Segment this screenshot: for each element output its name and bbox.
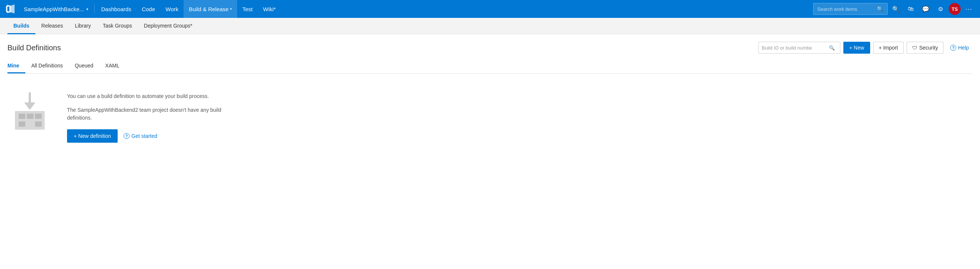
bag-icon: 🛍 xyxy=(908,6,914,12)
security-button[interactable]: 🛡 Security xyxy=(907,42,944,54)
build-search-field[interactable]: 🔍 xyxy=(759,42,840,54)
app-logo[interactable] xyxy=(5,3,16,15)
nav-test[interactable]: Test xyxy=(237,0,258,18)
nav-separator xyxy=(94,5,95,13)
empty-state-icon xyxy=(8,89,52,134)
search-magnify-icon: 🔍 xyxy=(892,6,900,13)
sub-nav: Builds Releases Library Task Groups Depl… xyxy=(0,18,980,34)
nav-work[interactable]: Work xyxy=(161,0,184,18)
global-search-button[interactable]: 🔍 xyxy=(889,2,902,16)
marketplace-button[interactable]: 🛍 xyxy=(904,2,918,16)
build-release-caret-icon: ▾ xyxy=(230,7,232,11)
tab-queued[interactable]: Queued xyxy=(69,60,99,73)
tab-xaml[interactable]: XAML xyxy=(99,60,126,73)
more-icon: ··· xyxy=(966,5,972,13)
build-search-icon: 🔍 xyxy=(829,45,835,51)
gear-icon: ⚙ xyxy=(938,6,943,13)
tab-mine[interactable]: Mine xyxy=(8,60,25,73)
nav-code[interactable]: Code xyxy=(137,0,161,18)
subnav-tab-releases[interactable]: Releases xyxy=(35,18,69,34)
settings-button[interactable]: ⚙ xyxy=(934,2,947,16)
more-options-button[interactable]: ··· xyxy=(962,2,975,16)
search-box[interactable]: 🔍 xyxy=(813,3,888,15)
shield-icon: 🛡 xyxy=(912,45,917,51)
project-name[interactable]: SampleAppWithBacke... ▾ xyxy=(19,6,93,12)
help-button[interactable]: ? Help xyxy=(947,42,972,54)
svg-rect-6 xyxy=(19,121,25,127)
nav-wiki[interactable]: Wiki* xyxy=(258,0,281,18)
subnav-tab-builds[interactable]: Builds xyxy=(8,18,35,34)
subnav-tab-deployment-groups[interactable]: Deployment Groups* xyxy=(138,18,199,34)
empty-actions: + New definition ? Get started xyxy=(67,129,223,143)
main-content: Build Definitions 🔍 + New + Import 🛡 Sec… xyxy=(0,34,980,269)
help-circle-icon: ? xyxy=(950,45,956,51)
import-button[interactable]: + Import xyxy=(873,42,904,54)
svg-rect-3 xyxy=(19,114,25,119)
search-input[interactable] xyxy=(817,6,877,12)
svg-rect-4 xyxy=(27,114,33,119)
get-started-button[interactable]: ? Get started xyxy=(124,133,157,139)
svg-rect-5 xyxy=(35,114,42,119)
page-title: Build Definitions xyxy=(8,44,61,52)
top-nav-links: Dashboards Code Work Build & Release ▾ T… xyxy=(96,0,281,18)
empty-state: You can use a build definition to automa… xyxy=(8,74,972,150)
new-definition-button[interactable]: + New definition xyxy=(67,129,118,143)
subnav-tab-library[interactable]: Library xyxy=(69,18,97,34)
svg-marker-1 xyxy=(24,102,35,110)
nav-build-release[interactable]: Build & Release ▾ xyxy=(184,0,237,18)
notifications-button[interactable]: 💬 xyxy=(919,2,932,16)
new-build-button[interactable]: + New xyxy=(843,42,870,54)
empty-description-2: The SampleAppWithBackend2 team project d… xyxy=(67,106,223,122)
svg-rect-7 xyxy=(35,121,42,127)
page-actions: 🔍 + New + Import 🛡 Security ? Help xyxy=(759,42,972,54)
search-icon: 🔍 xyxy=(877,6,883,12)
nav-dashboards[interactable]: Dashboards xyxy=(96,0,137,18)
get-started-help-icon: ? xyxy=(124,133,130,139)
content-tabs: Mine All Definitions Queued XAML xyxy=(8,60,972,74)
chat-icon: 💬 xyxy=(922,6,929,13)
empty-text-block: You can use a build definition to automa… xyxy=(67,89,223,143)
project-chevron-icon: ▾ xyxy=(86,7,88,11)
user-avatar[interactable]: TS xyxy=(949,3,961,15)
top-nav-right: 🔍 🔍 🛍 💬 ⚙ TS ··· xyxy=(813,2,975,16)
tab-all-definitions[interactable]: All Definitions xyxy=(25,60,69,73)
subnav-tab-task-groups[interactable]: Task Groups xyxy=(97,18,138,34)
top-nav: SampleAppWithBacke... ▾ Dashboards Code … xyxy=(0,0,980,18)
empty-description-1: You can use a build definition to automa… xyxy=(67,92,223,100)
build-search-input[interactable] xyxy=(762,45,829,51)
page-header: Build Definitions 🔍 + New + Import 🛡 Sec… xyxy=(8,42,972,54)
